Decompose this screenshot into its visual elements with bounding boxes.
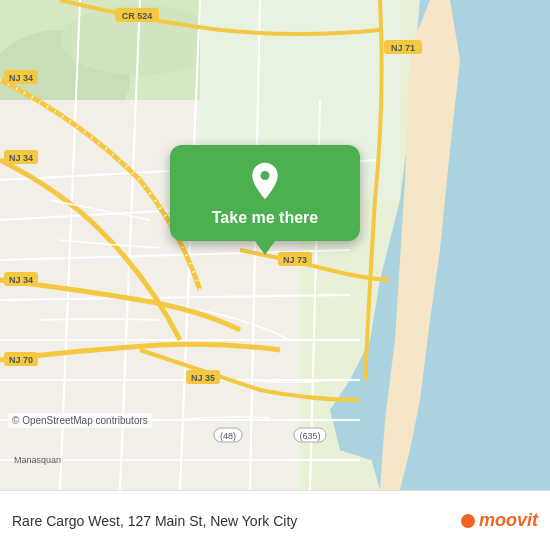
moovit-logo: moovit [461, 510, 538, 531]
svg-text:Manasquan: Manasquan [14, 455, 61, 465]
svg-text:NJ 35: NJ 35 [191, 373, 215, 383]
location-label: Rare Cargo West, 127 Main St, New York C… [12, 513, 461, 529]
moovit-dot-icon [461, 514, 475, 528]
svg-text:(48): (48) [220, 431, 236, 441]
take-me-there-label: Take me there [212, 209, 318, 227]
svg-text:NJ 34: NJ 34 [9, 73, 33, 83]
svg-text:NJ 71: NJ 71 [391, 43, 415, 53]
svg-point-45 [260, 171, 269, 180]
svg-text:(635): (635) [299, 431, 320, 441]
location-pin-icon [245, 161, 285, 201]
map-view: CR 524 NJ 71 NJ 34 NJ 34 NJ 34 NJ 73 NJ … [0, 0, 550, 490]
take-me-there-card[interactable]: Take me there [170, 145, 360, 241]
svg-point-4 [440, 350, 520, 410]
moovit-text: moovit [479, 510, 538, 531]
svg-text:NJ 70: NJ 70 [9, 355, 33, 365]
bottom-bar: Rare Cargo West, 127 Main St, New York C… [0, 490, 550, 550]
map-attribution: © OpenStreetMap contributors [8, 413, 152, 428]
svg-text:NJ 34: NJ 34 [9, 275, 33, 285]
svg-text:NJ 34: NJ 34 [9, 153, 33, 163]
svg-text:NJ 73: NJ 73 [283, 255, 307, 265]
svg-text:CR 524: CR 524 [122, 11, 153, 21]
